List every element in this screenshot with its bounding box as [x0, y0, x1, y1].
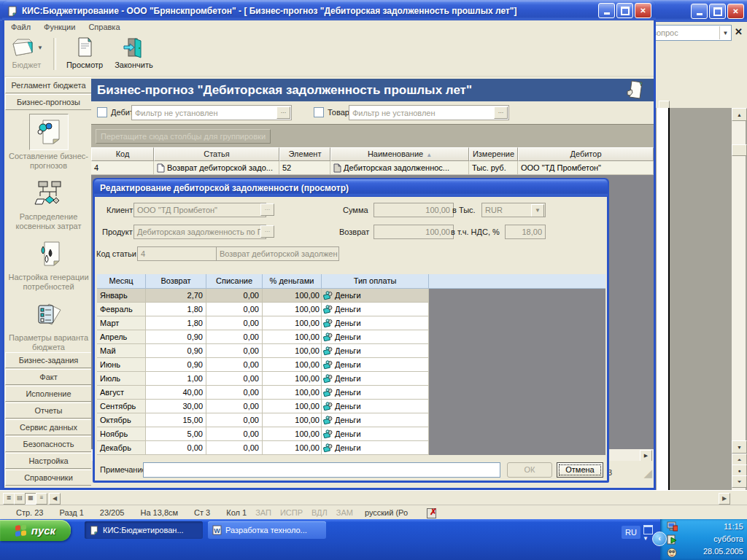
sidebar-group-button[interactable]: Бизнес-прогнозы — [5, 94, 92, 110]
month-row[interactable]: Февраль 1,80 0,00 100,00 — [97, 303, 605, 316]
finish-button[interactable]: Закончить — [109, 34, 159, 71]
month-row[interactable]: Март 1,80 0,00 100,00 — [97, 316, 605, 330]
sidebar-section-button[interactable]: Бизнес-задания — [5, 352, 92, 368]
scroll-left-arrow[interactable]: ◀ — [49, 493, 61, 505]
sidebar-item-budget-params[interactable]: Параметры варианта бюджета — [7, 297, 90, 352]
app-titlebar[interactable]: КИС:Бюджетирование - ООО "Брянскпромбето… — [2, 1, 656, 20]
normal-view-icon[interactable]: ≣ — [3, 493, 15, 505]
cell-return: 40,00 — [146, 386, 206, 400]
taskbar: пуск КИС:Бюджетирован... W Разработка те… — [0, 519, 747, 560]
note-input[interactable] — [143, 462, 500, 478]
money-icon — [323, 374, 333, 384]
error-x-icon: ✗ — [430, 507, 437, 517]
scroll-down-arrow[interactable]: ▼ — [732, 440, 747, 454]
budget-button[interactable]: ▼ Бюджет — [4, 34, 49, 71]
word-horizontal-scrollbar[interactable]: ≣ ▤ ▦ ≡ ◀ ▶ — [0, 490, 747, 505]
app-minimize-button[interactable] — [598, 3, 615, 18]
preview-button[interactable]: Просмотр — [61, 34, 109, 71]
goods-filter-input[interactable]: Фильтр не установлен ... — [349, 105, 509, 120]
browse-next-icon[interactable]: ⏷ — [732, 475, 747, 488]
start-button[interactable]: пуск — [0, 520, 71, 541]
grid-header-code[interactable]: Код — [91, 147, 154, 161]
resize-grip[interactable]: ◢ — [643, 467, 652, 480]
goods-filter-browse-button[interactable]: ... — [494, 106, 508, 119]
display-settings-tray-icon[interactable] — [667, 521, 678, 532]
taskbar-item-word[interactable]: W Разработка техноло... — [208, 521, 326, 539]
word-close-button[interactable]: ✕ — [727, 4, 744, 19]
tray-clock[interactable]: 11:15 суббота 28.05.2005 — [703, 521, 743, 558]
grid-header-unit[interactable]: Измерение — [469, 147, 518, 161]
sidebar-section-button[interactable]: Отчеты — [5, 402, 92, 419]
cell-code: 4 — [91, 161, 154, 175]
sidebar-section-button[interactable]: Справочники — [5, 470, 92, 486]
word-minimize-button[interactable] — [691, 4, 708, 19]
month-row[interactable]: Январь 2,70 0,00 100,00 — [97, 289, 605, 303]
sidebar-item-needs-generation[interactable]: Настройка генерации потребностей — [7, 236, 90, 292]
grid-data-row[interactable]: 4 Возврат дебиторской задо... 52 Дебитор… — [91, 161, 654, 175]
sidebar-item-distribute-costs[interactable]: Распределение косвенных затрат — [7, 176, 90, 231]
menu-help[interactable]: Справка — [82, 21, 126, 33]
agent-tray-icon[interactable] — [667, 548, 678, 558]
word-vertical-scrollbar[interactable]: ▲ ▼ ⏶ ● ⏷ — [732, 108, 746, 490]
grid-header-element[interactable]: Элемент — [279, 147, 330, 161]
sidebar-section-button[interactable]: Безопасность — [5, 436, 92, 452]
app-close-button[interactable]: ✕ — [635, 3, 651, 18]
grouping-drop-zone[interactable]: Перетащите сюда столбцы для группировки — [91, 124, 654, 148]
tray-collapse-chevron-icon[interactable]: ‹ — [652, 532, 667, 546]
grid-header-name[interactable]: Наименование▲ — [330, 147, 469, 161]
month-row[interactable]: Октябрь 15,00 0,00 100,00 — [97, 413, 605, 427]
month-row[interactable]: Ноябрь 5,00 0,00 100,00 — [97, 427, 605, 441]
product-field: Дебиторская задолженность по ПК-64-15-8 — [133, 225, 266, 239]
grid-header-article[interactable]: Статья — [154, 147, 279, 161]
header-payment-type[interactable]: Тип оплаты — [322, 274, 429, 289]
month-row[interactable]: Июнь 0,90 0,00 100,00 — [97, 358, 605, 372]
scrollbar-thumb[interactable] — [732, 144, 747, 156]
grid-header-debtor[interactable]: Дебитор — [518, 147, 654, 161]
month-row[interactable]: Май 0,90 0,00 100,00 — [97, 344, 605, 358]
sort-ascending-icon: ▲ — [426, 152, 432, 158]
app-maximize-button[interactable] — [616, 3, 633, 18]
sidebar-section-button[interactable]: Факт — [5, 369, 92, 385]
sidebar-section-button[interactable]: Исполнение — [5, 386, 92, 402]
sidebar-item-label: Составление бизнес-прогнозов — [7, 152, 90, 171]
header-month[interactable]: Месяц — [97, 274, 146, 289]
header-writeoff[interactable]: Списание — [206, 274, 263, 289]
sidebar-section-button[interactable]: Настройка — [5, 453, 92, 469]
dialog-titlebar[interactable]: Редактирование дебиторской задолженности… — [94, 179, 608, 196]
word-maximize-button[interactable] — [709, 4, 726, 19]
cancel-button[interactable]: Отмена — [557, 462, 603, 478]
language-indicator[interactable]: RU — [622, 526, 640, 539]
language-bar-restore-icon[interactable] — [643, 525, 653, 534]
installer-tray-icon[interactable] — [667, 534, 678, 545]
cell-filler — [429, 400, 605, 413]
menu-file[interactable]: Файл — [4, 21, 37, 33]
web-layout-icon[interactable]: ▤ — [14, 493, 26, 505]
sidebar-section-button[interactable]: Сервис данных — [5, 419, 92, 435]
debtor-filter-input[interactable]: Фильтр не установлен ... — [131, 105, 292, 120]
debtor-filter-checkbox[interactable] — [97, 107, 107, 117]
month-row[interactable]: Декабрь 0,00 0,00 100,00 — [97, 441, 605, 455]
cell-writeoff: 0,00 — [206, 330, 263, 344]
outline-view-icon[interactable]: ≡ — [36, 493, 47, 505]
scroll-up-arrow[interactable]: ▲ — [732, 108, 747, 121]
goods-filter-checkbox[interactable] — [314, 107, 324, 117]
debtor-filter-browse-button[interactable]: ... — [276, 106, 290, 119]
scroll-right-arrow[interactable]: ▶ — [640, 450, 652, 462]
header-cash-percent[interactable]: % деньгами — [263, 274, 322, 289]
chevron-down-icon[interactable]: ▼ — [719, 26, 731, 39]
sidebar-group-button[interactable]: Регламент бюджета — [5, 77, 92, 93]
menu-functions[interactable]: Функции — [37, 21, 82, 33]
language-bar-options-icon[interactable]: ▼ — [643, 535, 649, 542]
budget-dropdown-arrow-icon[interactable]: ▼ — [37, 44, 43, 51]
month-row[interactable]: Сентябрь 30,00 0,00 100,00 — [97, 400, 605, 413]
scroll-right-arrow[interactable]: ▶ — [719, 493, 730, 505]
distribute-costs-icon-box — [30, 176, 68, 211]
month-row[interactable]: Апрель 0,90 0,00 100,00 — [97, 330, 605, 344]
sidebar-item-compose-forecasts[interactable]: Составление бизнес-прогнозов — [7, 114, 90, 171]
print-layout-icon[interactable]: ▦ — [25, 493, 36, 505]
taskbar-item-kis[interactable]: КИС:Бюджетирован... — [85, 521, 203, 539]
month-row[interactable]: Август 40,00 0,00 100,00 — [97, 386, 605, 400]
month-row[interactable]: Июль 1,00 0,00 100,00 — [97, 372, 605, 386]
header-return[interactable]: Возврат — [146, 274, 206, 289]
toolbar-close-icon[interactable]: ✕ — [735, 26, 743, 37]
